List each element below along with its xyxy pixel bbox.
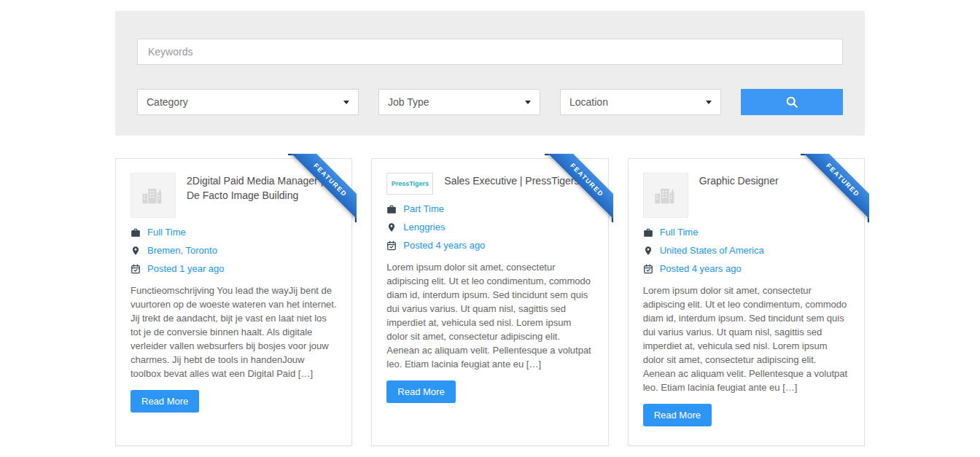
- chevron-down-icon: [706, 101, 712, 104]
- page-container: Category Job Type Location: [115, 11, 865, 446]
- job-header: Graphic Designer: [643, 173, 849, 218]
- briefcase-icon: [643, 227, 653, 238]
- read-more-button[interactable]: Read More: [643, 404, 712, 426]
- job-card: FEATURED: [628, 158, 865, 446]
- building-icon: [140, 182, 166, 208]
- calendar-check-icon: [131, 264, 141, 274]
- job-description: Functieomschrijving You lead the wayJij …: [131, 284, 337, 380]
- job-title[interactable]: 2Digital Paid Media Manager | De Facto I…: [187, 173, 337, 203]
- calendar-check-icon: [643, 264, 653, 274]
- read-more-button[interactable]: Read More: [386, 380, 455, 403]
- map-pin-icon: [643, 246, 653, 256]
- company-logo-text: PressTigers: [392, 180, 429, 187]
- job-posted-link[interactable]: Posted 4 years ago: [660, 263, 742, 274]
- job-type-row: Full Time: [131, 223, 337, 241]
- calendar-check-icon: [386, 241, 397, 251]
- job-type-link[interactable]: Full Time: [147, 227, 186, 238]
- company-logo-placeholder: [643, 173, 688, 218]
- job-location-row: United States of America: [643, 241, 849, 259]
- chevron-down-icon: [343, 101, 349, 104]
- job-card: FEATURED: [115, 158, 352, 446]
- job-type-row: Part Time: [386, 200, 593, 218]
- company-logo-presstigers: PressTigers: [386, 173, 433, 195]
- briefcase-icon: [386, 204, 397, 214]
- location-select-label: Location: [569, 96, 608, 108]
- map-pin-icon: [386, 222, 397, 233]
- job-meta: Full Time United States of America Poste…: [643, 223, 849, 278]
- company-logo-placeholder: [131, 173, 176, 218]
- job-meta: Full Time Bremen, Toronto Posted 1 year …: [131, 223, 337, 278]
- search-icon: [785, 95, 799, 109]
- location-select[interactable]: Location: [560, 89, 721, 115]
- job-location-row: Lenggries: [386, 218, 593, 236]
- job-title[interactable]: Sales Executive | PressTigers: [444, 173, 588, 189]
- job-type-select-label: Job Type: [388, 96, 429, 108]
- category-select[interactable]: Category: [137, 89, 359, 115]
- job-posted-link[interactable]: Posted 1 year ago: [147, 263, 225, 274]
- job-meta: Part Time Lenggries Posted 4 years ago: [386, 200, 593, 254]
- search-button[interactable]: [741, 89, 843, 115]
- job-location-link[interactable]: Bremen, Toronto: [147, 245, 217, 256]
- filter-row: Category Job Type Location: [137, 89, 843, 115]
- job-posted-link[interactable]: Posted 4 years ago: [403, 240, 485, 251]
- job-type-link[interactable]: Full Time: [660, 227, 699, 238]
- job-header: 2Digital Paid Media Manager | De Facto I…: [131, 173, 337, 218]
- job-posted-row: Posted 4 years ago: [643, 259, 849, 278]
- building-icon: [653, 182, 679, 208]
- job-listings: FEATURED: [115, 158, 865, 446]
- job-description: Lorem ipsum dolor sit amet, consectetur …: [643, 284, 849, 394]
- map-pin-icon: [131, 246, 141, 256]
- briefcase-icon: [131, 227, 141, 238]
- job-title[interactable]: Graphic Designer: [699, 173, 788, 189]
- job-location-link[interactable]: United States of America: [660, 245, 764, 256]
- category-select-label: Category: [147, 96, 188, 108]
- job-posted-row: Posted 1 year ago: [131, 259, 337, 278]
- chevron-down-icon: [525, 101, 531, 104]
- job-search-filter-panel: Category Job Type Location: [115, 11, 865, 136]
- job-location-row: Bremen, Toronto: [131, 241, 337, 259]
- job-posted-row: Posted 4 years ago: [386, 236, 593, 254]
- job-card: FEATURED PressTigers Sales Executive | P…: [371, 158, 608, 446]
- read-more-button[interactable]: Read More: [131, 390, 199, 413]
- job-type-select[interactable]: Job Type: [378, 89, 540, 115]
- job-type-row: Full Time: [643, 223, 849, 241]
- keywords-input[interactable]: [137, 39, 843, 65]
- job-description: Lorem ipsum dolor sit amet, consectetur …: [386, 260, 593, 371]
- job-type-link[interactable]: Part Time: [403, 203, 444, 214]
- job-location-link[interactable]: Lenggries: [403, 222, 445, 233]
- job-header: PressTigers Sales Executive | PressTiger…: [386, 173, 593, 195]
